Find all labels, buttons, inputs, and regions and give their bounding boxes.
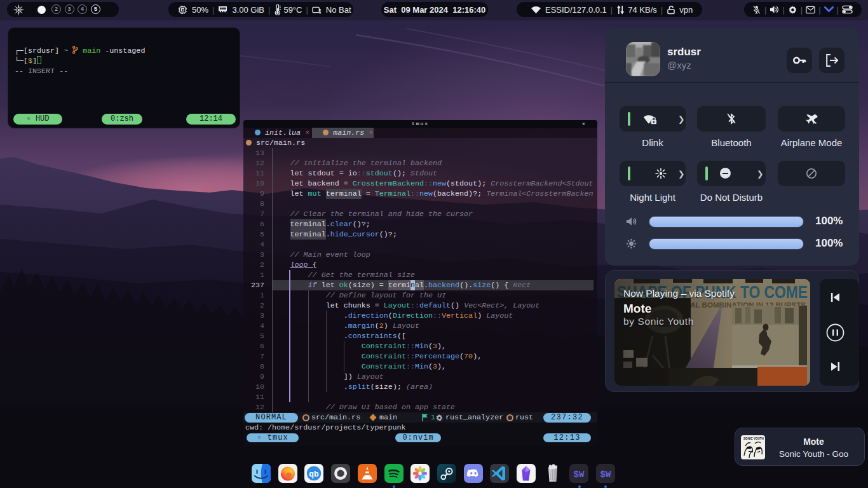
svg-text:$W: $W (574, 470, 585, 480)
svg-text:qb: qb (309, 470, 320, 478)
svg-text:$W: $W (600, 470, 611, 480)
svg-text:SONIC YOUTH: SONIC YOUTH (743, 437, 764, 440)
